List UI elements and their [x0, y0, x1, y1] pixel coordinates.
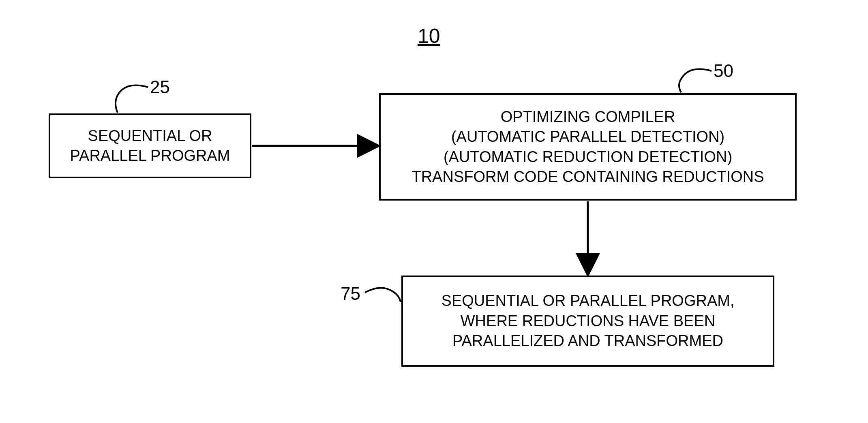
leader-75 — [365, 288, 401, 302]
text-line: (AUTOMATIC PARALLEL DETECTION) — [411, 127, 764, 147]
text-line: (AUTOMATIC REDUCTION DETECTION) — [411, 147, 764, 167]
label-50: 50 — [714, 61, 733, 81]
leader-50 — [679, 69, 712, 93]
box-optimizing-compiler: OPTIMIZING COMPILER (AUTOMATIC PARALLEL … — [379, 93, 797, 201]
text-line: WHERE REDUCTIONS HAVE BEEN — [442, 311, 735, 331]
text-line: SEQUENTIAL OR — [70, 126, 230, 146]
label-25: 25 — [150, 77, 170, 97]
text-line: PARALLELIZED AND TRANSFORMED — [442, 331, 735, 351]
leader-25 — [116, 85, 148, 113]
text-line: OPTIMIZING COMPILER — [411, 107, 764, 127]
box-output-program: SEQUENTIAL OR PARALLEL PROGRAM, WHERE RE… — [401, 276, 774, 367]
text-line: SEQUENTIAL OR PARALLEL PROGRAM, — [442, 291, 735, 311]
box-input-program-text: SEQUENTIAL OR PARALLEL PROGRAM — [70, 126, 230, 166]
label-75: 75 — [341, 284, 360, 304]
figure-number: 10 — [418, 24, 440, 48]
diagram-canvas: 10 SEQUENTIAL OR PARALLEL PROGRAM 25 OPT… — [0, 0, 868, 423]
box-output-text: SEQUENTIAL OR PARALLEL PROGRAM, WHERE RE… — [442, 291, 735, 351]
box-compiler-text: OPTIMIZING COMPILER (AUTOMATIC PARALLEL … — [411, 107, 764, 187]
text-line: TRANSFORM CODE CONTAINING REDUCTIONS — [411, 167, 764, 187]
box-input-program: SEQUENTIAL OR PARALLEL PROGRAM — [49, 113, 251, 178]
text-line: PARALLEL PROGRAM — [70, 146, 230, 166]
